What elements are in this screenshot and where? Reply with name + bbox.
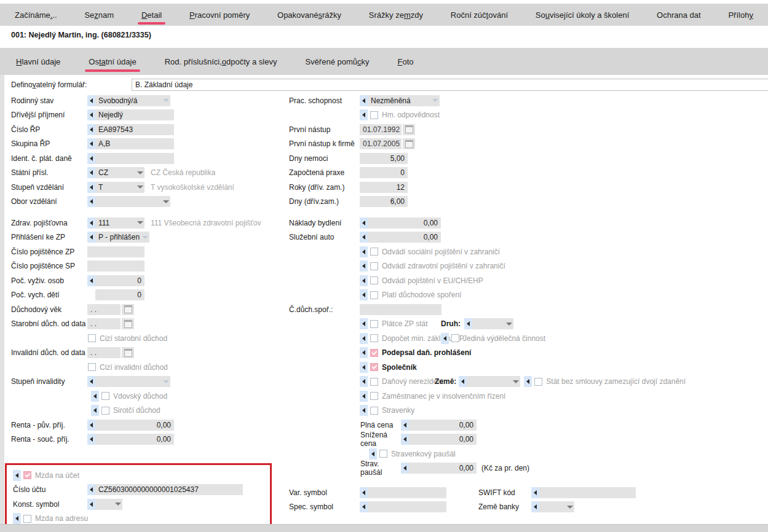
sirotci-duchod-checkbox[interactable]: [101, 407, 109, 415]
naklady-bydleni-input[interactable]: 0,00: [368, 217, 441, 229]
tab-ostatni-udaje[interactable]: Ostatní údaje: [89, 48, 136, 75]
calendar-icon[interactable]: [122, 318, 134, 329]
starobni-duch-input[interactable]: . .: [87, 318, 121, 329]
left-arrow-icon[interactable]: [13, 513, 21, 524]
renta-souc-input[interactable]: 0,00: [95, 434, 174, 445]
left-arrow-icon[interactable]: [87, 182, 95, 193]
left-arrow-icon[interactable]: [87, 499, 95, 510]
cizi-starobni-checkbox[interactable]: [88, 334, 96, 342]
odvadi-eu-checkbox[interactable]: [370, 276, 378, 284]
duchodovy-vek-input[interactable]: . .: [87, 304, 121, 315]
podepsal-dan-checkbox[interactable]: [370, 349, 378, 357]
stravenkovy-pausal-checkbox[interactable]: [379, 450, 387, 458]
left-arrow-icon[interactable]: [360, 362, 368, 373]
left-arrow-icon[interactable]: [87, 196, 95, 207]
cizi-invalidni-checkbox[interactable]: [88, 363, 96, 371]
left-arrow-icon[interactable]: [401, 463, 409, 474]
left-arrow-icon[interactable]: [91, 391, 99, 402]
calendar-icon[interactable]: [122, 304, 134, 315]
stupen-vzdelani-select[interactable]: T: [95, 182, 144, 193]
left-arrow-icon[interactable]: [87, 109, 95, 120]
tab-srazky-ze-mzdy[interactable]: Srážky ze mzdy: [369, 4, 423, 26]
strav-pausal-input[interactable]: 0,00: [409, 463, 477, 474]
tab-rod-prislusnici[interactable]: Rod. příslušníci, odpočty a slevy: [165, 48, 277, 75]
left-arrow-icon[interactable]: [87, 217, 95, 229]
zdrav-pojistovna-select[interactable]: 111: [95, 217, 144, 229]
left-arrow-icon[interactable]: [360, 95, 368, 106]
left-arrow-icon[interactable]: [360, 232, 368, 243]
cislo-uctu-input[interactable]: CZ5603000000000001025437: [95, 484, 243, 495]
tab-prilohy[interactable]: Přílohy: [728, 4, 753, 26]
stupen-invalidity-select[interactable]: [95, 376, 170, 387]
tab-zaciname[interactable]: Začínáme...: [15, 4, 57, 26]
left-arrow-icon[interactable]: [369, 448, 377, 460]
tab-hlavni-udaje[interactable]: Hlavní údaje: [16, 48, 60, 75]
dny-nemoci-input[interactable]: 5,00: [360, 153, 408, 164]
ident-c-plat-dane-input[interactable]: [95, 153, 174, 164]
skupina-rp-input[interactable]: A,B: [95, 138, 174, 149]
c-duch-spor-input[interactable]: [360, 304, 441, 315]
left-arrow-icon[interactable]: [360, 391, 368, 402]
poc-vyziv-osob-input[interactable]: 0: [95, 275, 144, 286]
prihlaseni-ke-zp-select[interactable]: P - přihlášen: [95, 232, 149, 243]
rodinny-stav-select[interactable]: Svobodný/á: [95, 95, 170, 106]
left-arrow-icon[interactable]: [87, 484, 95, 495]
hm-odpovednost-checkbox[interactable]: [370, 111, 378, 119]
left-arrow-icon[interactable]: [360, 289, 368, 300]
left-arrow-icon[interactable]: [87, 124, 95, 135]
left-arrow-icon[interactable]: [401, 434, 409, 445]
tab-sverene-pomucky[interactable]: Svěřené pomůcky: [305, 48, 369, 75]
tab-seznam[interactable]: Seznam: [84, 4, 114, 26]
roky-driv-zam-input[interactable]: 12: [360, 182, 408, 193]
left-arrow-icon[interactable]: [87, 153, 95, 164]
tab-ochrana-dat[interactable]: Ochrana dat: [657, 4, 701, 26]
spec-symbol-input[interactable]: [368, 501, 446, 512]
stat-bez-smlouvy-checkbox[interactable]: [534, 378, 542, 386]
snizena-cena-input[interactable]: 0,00: [409, 434, 477, 445]
prac-schopnost-select[interactable]: Nezměněná: [368, 95, 440, 106]
danovy-nerezident-checkbox[interactable]: [370, 378, 378, 386]
left-arrow-icon[interactable]: [360, 333, 368, 344]
poc-vych-deti-input[interactable]: 0: [95, 289, 144, 300]
tab-opakovane-srazky[interactable]: Opakované srážky: [277, 4, 341, 26]
tab-rocni-zuctovani[interactable]: Roční zúčtování: [451, 4, 508, 26]
tab-foto[interactable]: Foto: [398, 48, 414, 75]
left-arrow-icon[interactable]: [464, 318, 472, 329]
cislo-pojistence-sp-input[interactable]: [87, 260, 144, 272]
platce-zp-stat-checkbox[interactable]: [370, 320, 378, 328]
calendar-icon[interactable]: [403, 124, 415, 135]
left-arrow-icon[interactable]: [87, 434, 95, 445]
calendar-icon[interactable]: [122, 347, 134, 358]
renta-puv-input[interactable]: 0,00: [95, 420, 174, 431]
left-arrow-icon[interactable]: [360, 487, 368, 498]
plati-duch-checkbox[interactable]: [370, 291, 378, 299]
zapoctena-praxe-input[interactable]: 0: [360, 167, 408, 178]
left-arrow-icon[interactable]: [87, 167, 95, 178]
cislo-pojistence-zp-input[interactable]: [87, 246, 144, 257]
prvni-nastup-firma-input[interactable]: 01.07.2005: [360, 138, 402, 149]
calendar-icon[interactable]: [403, 138, 415, 149]
invalidni-duch-input[interactable]: . .: [87, 347, 121, 358]
left-arrow-icon[interactable]: [87, 138, 95, 149]
left-arrow-icon[interactable]: [87, 95, 95, 106]
left-arrow-icon[interactable]: [401, 420, 409, 431]
tab-pracovni-pomery[interactable]: Pracovní poměry: [189, 4, 250, 26]
left-arrow-icon[interactable]: [91, 405, 99, 416]
left-arrow-icon[interactable]: [360, 260, 368, 272]
left-arrow-icon[interactable]: [360, 246, 368, 257]
odvadi-zdrav-checkbox[interactable]: [370, 262, 378, 270]
left-arrow-icon[interactable]: [360, 318, 368, 329]
statni-prisl-select[interactable]: CZ: [95, 167, 144, 178]
left-arrow-icon[interactable]: [13, 470, 21, 481]
left-arrow-icon[interactable]: [459, 376, 467, 387]
prvni-nastup-input[interactable]: 01.07.1992: [360, 124, 402, 135]
zeme-select[interactable]: [467, 376, 520, 387]
var-symbol-input[interactable]: [368, 487, 446, 498]
druh-select[interactable]: [472, 318, 513, 329]
left-arrow-icon[interactable]: [524, 376, 532, 387]
left-arrow-icon[interactable]: [531, 487, 539, 498]
left-arrow-icon[interactable]: [87, 232, 95, 243]
zeme-banky-select[interactable]: [539, 501, 574, 512]
dny-driv-zam-input[interactable]: 6,00: [360, 196, 408, 207]
spolecnik-checkbox[interactable]: [370, 363, 378, 371]
